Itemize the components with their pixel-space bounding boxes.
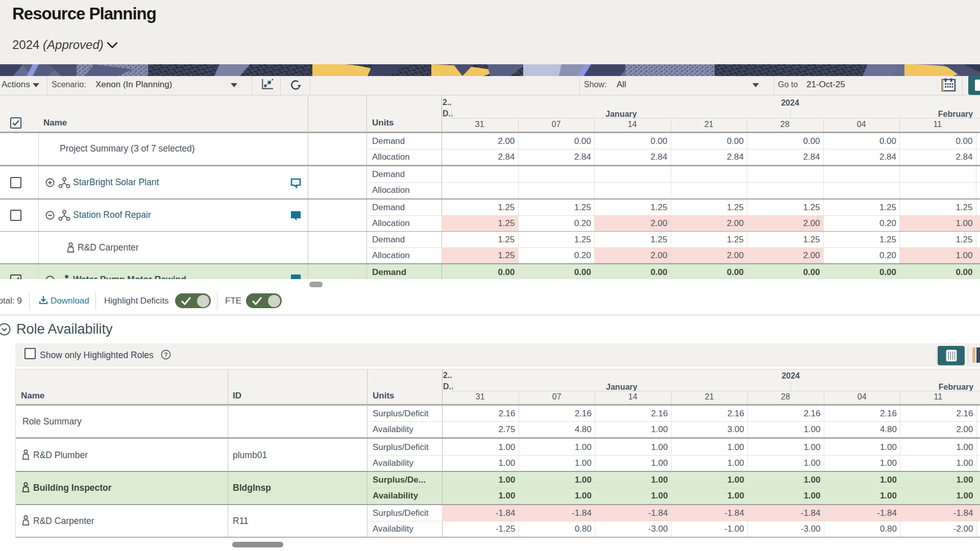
svg-text:?: ? (164, 352, 167, 358)
